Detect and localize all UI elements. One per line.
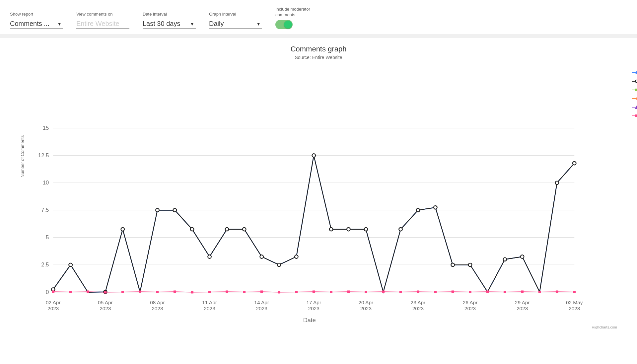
moderator-toggle-group: Include moderatorcomments <box>275 7 310 29</box>
svg-text:Date: Date <box>303 317 316 324</box>
svg-text:7.5: 7.5 <box>41 207 49 213</box>
chart-svg: 0 2.5 5 7.5 10 12.5 15 02 Apr 2023 05 Ap… <box>28 70 617 309</box>
trash-point <box>174 290 176 293</box>
svg-text:23 Apr: 23 Apr <box>411 299 426 305</box>
approved-point <box>451 263 454 266</box>
chart-container: Number of Comments 0 2.5 5 7.5 10 <box>20 70 617 311</box>
svg-rect-48 <box>635 114 637 117</box>
approved-point <box>208 255 211 258</box>
trash-point <box>313 290 315 293</box>
approved-point <box>156 208 159 212</box>
trash-point <box>191 291 193 294</box>
show-report-select[interactable]: Comments ... <box>10 19 63 29</box>
svg-text:2023: 2023 <box>152 305 163 311</box>
legend-featured-icon <box>632 96 637 101</box>
svg-text:02 Apr: 02 Apr <box>46 299 61 305</box>
svg-text:2023: 2023 <box>517 305 528 311</box>
svg-text:02 May: 02 May <box>566 299 583 305</box>
approved-point <box>277 263 281 266</box>
moderator-toggle[interactable] <box>275 20 293 29</box>
svg-text:17 Apr: 17 Apr <box>306 299 321 305</box>
svg-text:15: 15 <box>43 125 49 131</box>
y-axis-label: Number of Comments <box>20 70 25 243</box>
legend-approved: approved <box>632 79 637 84</box>
trash-point <box>556 290 558 293</box>
trash-point <box>69 291 72 293</box>
trash-point <box>139 290 141 293</box>
approved-point <box>364 228 368 231</box>
svg-text:11 Apr: 11 Apr <box>202 299 217 305</box>
approved-point <box>260 255 263 258</box>
date-interval-group: Date interval Last 30 days ▼ <box>143 12 196 29</box>
trash-point <box>295 291 298 293</box>
trash-point <box>278 291 280 294</box>
approved-point <box>503 257 507 261</box>
graph-interval-group: Graph interval Daily ▼ <box>209 12 262 29</box>
svg-text:2.5: 2.5 <box>41 261 49 268</box>
trash-point <box>104 291 107 294</box>
approved-point <box>312 154 316 157</box>
date-interval-select-wrapper: Last 30 days ▼ <box>143 19 196 29</box>
svg-text:29 Apr: 29 Apr <box>515 299 530 305</box>
highcharts-credit: Highcharts.com <box>0 324 637 330</box>
legend-replied: replied <box>632 87 637 93</box>
view-comments-select[interactable]: Entire Website <box>76 19 129 29</box>
trash-point <box>156 291 159 293</box>
svg-text:14 Apr: 14 Apr <box>254 299 269 305</box>
show-report-label: Show report <box>10 12 63 17</box>
svg-text:2023: 2023 <box>47 305 59 311</box>
approved-point <box>434 206 437 209</box>
trash-point <box>365 291 367 293</box>
graph-interval-select[interactable]: Daily <box>209 19 262 29</box>
approved-point <box>573 162 576 165</box>
trash-point <box>330 291 332 293</box>
trash-point <box>226 290 228 293</box>
approved-point <box>173 208 177 212</box>
svg-text:2023: 2023 <box>412 305 424 311</box>
moderator-label: Include moderatorcomments <box>275 7 310 18</box>
svg-text:08 Apr: 08 Apr <box>150 299 165 305</box>
chart-area: Comments graph Source: Entire Website Nu… <box>0 38 637 324</box>
trash-point <box>452 290 454 293</box>
date-interval-label: Date interval <box>143 12 196 17</box>
trash-point <box>573 291 576 293</box>
chart-inner: 0 2.5 5 7.5 10 12.5 15 02 Apr 2023 05 Ap… <box>28 70 617 311</box>
svg-text:12.5: 12.5 <box>38 152 49 158</box>
all-line <box>53 155 574 292</box>
svg-point-38 <box>635 71 637 74</box>
trash-point <box>243 291 246 293</box>
graph-interval-select-wrapper: Daily ▼ <box>209 19 262 29</box>
toggle-thumb <box>284 21 292 29</box>
approved-point <box>555 181 559 184</box>
approved-point <box>329 228 333 231</box>
graph-interval-label: Graph interval <box>209 12 262 17</box>
approved-point <box>225 228 229 231</box>
trash-point <box>504 291 506 293</box>
legend-replied-icon <box>632 88 637 92</box>
divider <box>0 35 637 38</box>
trash-point <box>121 291 124 293</box>
svg-text:10: 10 <box>43 180 49 186</box>
legend-all: all <box>632 70 637 75</box>
legend-featured: featured <box>632 96 637 101</box>
svg-text:2023: 2023 <box>100 305 111 311</box>
trash-point <box>382 290 385 293</box>
trash-point <box>347 290 350 293</box>
approved-point <box>69 263 72 266</box>
svg-text:0: 0 <box>46 289 49 295</box>
show-report-select-wrapper: Comments ... ▼ <box>10 19 63 29</box>
legend-spam-icon <box>632 105 637 109</box>
svg-text:2023: 2023 <box>569 305 580 311</box>
toolbar: Show report Comments ... ▼ View comments… <box>0 0 637 35</box>
trash-point <box>417 290 419 293</box>
date-interval-select[interactable]: Last 30 days <box>143 19 196 29</box>
svg-text:2023: 2023 <box>360 305 372 311</box>
svg-rect-42 <box>635 89 637 91</box>
trash-point <box>208 291 211 293</box>
trash-point <box>521 290 524 293</box>
approved-point <box>399 228 402 231</box>
trash-point <box>486 290 489 293</box>
svg-text:05 Apr: 05 Apr <box>98 299 113 305</box>
approved-point <box>295 255 298 258</box>
svg-text:2023: 2023 <box>308 305 319 311</box>
